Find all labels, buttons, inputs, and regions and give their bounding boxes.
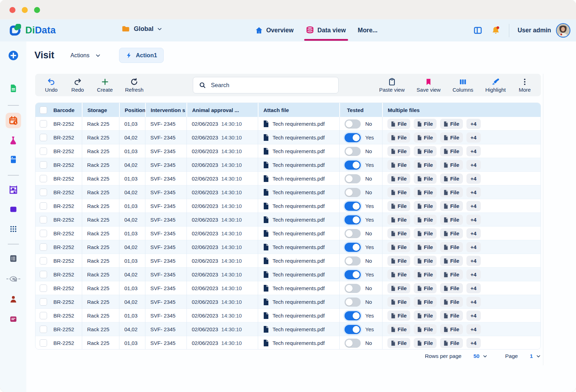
file-chip[interactable]: File [387, 146, 410, 156]
tested-toggle[interactable] [345, 284, 361, 293]
attach-file-name[interactable]: Tech requirements.pdf [273, 340, 325, 346]
file-chip[interactable]: File [440, 269, 463, 280]
file-chip[interactable]: File [440, 283, 463, 293]
file-chip[interactable]: File [414, 174, 437, 184]
row-checkbox[interactable] [40, 148, 47, 155]
file-chip[interactable]: File [440, 132, 463, 143]
tested-toggle[interactable] [345, 174, 361, 183]
file-chip[interactable]: File [414, 338, 437, 348]
more-files-chip[interactable]: +4 [466, 215, 481, 225]
file-chip[interactable]: File [440, 187, 463, 197]
row-checkbox[interactable] [40, 175, 47, 182]
more-files-chip[interactable]: +4 [466, 256, 481, 266]
highlight-button[interactable]: Highlight [485, 78, 506, 93]
split-panes-icon[interactable] [473, 26, 483, 35]
sidebar-item-plates[interactable] [6, 202, 21, 217]
file-chip[interactable]: File [440, 242, 463, 252]
file-chip[interactable]: File [440, 119, 463, 129]
more-files-chip[interactable]: +4 [466, 297, 481, 307]
file-chip[interactable]: File [440, 256, 463, 266]
tested-toggle[interactable] [345, 119, 361, 129]
more-files-chip[interactable]: +4 [466, 119, 481, 129]
row-checkbox[interactable] [40, 161, 47, 169]
file-chip[interactable]: File [414, 283, 437, 293]
save-view-button[interactable]: Save view [417, 78, 440, 93]
attach-file-name[interactable]: Tech requirements.pdf [273, 189, 325, 195]
attach-file-name[interactable]: Tech requirements.pdf [273, 313, 325, 319]
file-chip[interactable]: File [387, 256, 410, 266]
file-chip[interactable]: File [440, 160, 463, 170]
tab-overview[interactable]: Overview [255, 19, 294, 41]
file-chip[interactable]: File [414, 215, 437, 225]
more-files-chip[interactable]: +4 [466, 269, 481, 280]
user-menu[interactable]: User admin [518, 23, 570, 38]
more-files-chip[interactable]: +4 [466, 146, 481, 156]
attach-file-name[interactable]: Tech requirements.pdf [273, 135, 325, 141]
row-checkbox[interactable] [40, 134, 47, 141]
file-chip[interactable]: File [440, 297, 463, 307]
zoom-window-button[interactable] [34, 7, 40, 13]
actions-dropdown[interactable]: Actions [71, 52, 101, 59]
sidebar-item-privacy[interactable] [6, 271, 21, 287]
file-chip[interactable]: File [387, 187, 410, 197]
page-select[interactable]: 1 [530, 353, 541, 359]
sidebar-item-racks[interactable] [6, 182, 21, 197]
file-chip[interactable]: File [414, 146, 437, 156]
sidebar-item-documents[interactable] [6, 80, 21, 96]
create-button[interactable]: Create [97, 78, 113, 93]
tab-more[interactable]: More... [358, 19, 378, 41]
workspace-selector[interactable]: Global [121, 24, 162, 33]
sidebar-item-visits[interactable] [6, 113, 21, 128]
file-chip[interactable]: File [440, 201, 463, 211]
app-logo[interactable]: DiData [8, 23, 56, 38]
tested-toggle[interactable] [345, 325, 361, 334]
file-chip[interactable]: File [387, 338, 410, 348]
file-chip[interactable]: File [414, 324, 437, 334]
row-checkbox[interactable] [40, 243, 47, 251]
minimize-window-button[interactable] [22, 7, 28, 13]
tested-toggle[interactable] [345, 270, 361, 279]
file-chip[interactable]: File [387, 215, 410, 225]
file-chip[interactable]: File [414, 119, 437, 129]
tested-toggle[interactable] [345, 298, 361, 307]
sidebar-item-experiments[interactable] [6, 132, 21, 148]
attach-file-name[interactable]: Tech requirements.pdf [273, 299, 325, 305]
file-chip[interactable]: File [440, 311, 463, 321]
attach-file-name[interactable]: Tech requirements.pdf [273, 244, 325, 250]
paste-view-button[interactable]: Paste view [379, 78, 405, 93]
redo-button[interactable]: Redo [71, 78, 85, 93]
file-chip[interactable]: File [387, 201, 410, 211]
more-files-chip[interactable]: +4 [466, 338, 481, 348]
file-chip[interactable]: File [440, 324, 463, 334]
tested-toggle[interactable] [345, 311, 361, 320]
search-input[interactable] [211, 82, 333, 89]
sidebar-item-notes[interactable] [6, 312, 21, 327]
file-chip[interactable]: File [414, 160, 437, 170]
file-chip[interactable]: File [387, 242, 410, 252]
file-chip[interactable]: File [387, 119, 410, 129]
attach-file-name[interactable]: Tech requirements.pdf [273, 203, 325, 209]
row-checkbox[interactable] [40, 298, 47, 306]
notification-bell-icon[interactable] [491, 26, 500, 35]
columns-button[interactable]: Columns [452, 78, 473, 93]
more-files-chip[interactable]: +4 [466, 311, 481, 321]
row-checkbox[interactable] [40, 189, 47, 196]
attach-file-name[interactable]: Tech requirements.pdf [273, 285, 325, 291]
attach-file-name[interactable]: Tech requirements.pdf [273, 230, 325, 236]
attach-file-name[interactable]: Tech requirements.pdf [273, 272, 325, 277]
row-checkbox[interactable] [40, 271, 47, 278]
sidebar-item-storage[interactable] [6, 152, 21, 167]
more-files-chip[interactable]: +4 [466, 324, 481, 334]
tested-toggle[interactable] [345, 339, 361, 348]
tested-toggle[interactable] [345, 215, 361, 224]
more-files-chip[interactable]: +4 [466, 242, 481, 252]
file-chip[interactable]: File [387, 324, 410, 334]
row-checkbox[interactable] [40, 120, 47, 128]
tested-toggle[interactable] [345, 229, 361, 238]
more-button[interactable]: More [518, 78, 532, 93]
more-files-chip[interactable]: +4 [466, 160, 481, 170]
tested-toggle[interactable] [345, 133, 361, 142]
sidebar-item-users[interactable] [6, 292, 21, 307]
file-chip[interactable]: File [440, 228, 463, 239]
file-chip[interactable]: File [387, 160, 410, 170]
